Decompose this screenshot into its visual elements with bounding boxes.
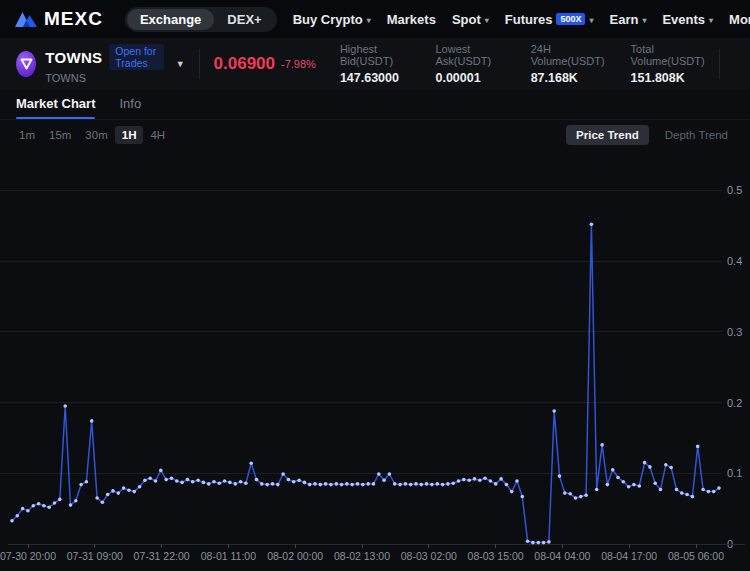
last-price: 0.06900 [214, 54, 275, 74]
svg-text:07-31 22:00: 07-31 22:00 [134, 550, 190, 562]
svg-text:07-30 20:00: 07-30 20:00 [0, 550, 56, 562]
x-axis-labels: 07-30 20:0007-31 09:0007-31 22:0008-01 1… [0, 544, 724, 562]
price-change: -7.98% [281, 58, 316, 70]
chevron-down-icon: ▾ [642, 16, 646, 25]
exchange-dex-toggle: Exchange DEX+ [125, 7, 277, 32]
svg-text:08-01 11:00: 08-01 11:00 [201, 550, 256, 562]
depth-trend-button[interactable]: Depth Trend [655, 125, 738, 145]
timeframe-1h[interactable]: 1H [115, 126, 144, 144]
svg-text:08-04 17:00: 08-04 17:00 [601, 550, 657, 562]
svg-text:08-03 02:00: 08-03 02:00 [401, 550, 457, 562]
towns-token-icon [16, 51, 36, 77]
token-selector[interactable]: TOWNS Open for Trades TOWNS [16, 44, 164, 84]
nav-futures[interactable]: Futures 500X ▾ [505, 12, 594, 27]
ticker-bar: TOWNS Open for Trades TOWNS ▼ 0.06900 -7… [0, 38, 750, 90]
nav-markets[interactable]: Markets [387, 12, 436, 27]
nav-events[interactable]: Events ▾ [662, 12, 713, 27]
timeframe-15m[interactable]: 15m [42, 126, 78, 144]
price-trend-chart[interactable]: 00.10.20.30.40.507-30 20:0007-31 09:0007… [0, 149, 750, 571]
svg-text:0.3: 0.3 [727, 326, 742, 338]
stat-total-volume: Total Volume(USDT) 151.808K [631, 43, 706, 85]
token-dropdown-icon[interactable]: ▼ [176, 59, 185, 69]
svg-text:0.1: 0.1 [727, 467, 742, 479]
toggle-exchange[interactable]: Exchange [127, 9, 214, 30]
tab-info[interactable]: Info [119, 96, 141, 119]
svg-text:08-04 04:00: 08-04 04:00 [534, 550, 590, 562]
token-symbol: TOWNS [45, 49, 102, 66]
timeframe-1m[interactable]: 1m [12, 126, 42, 144]
svg-text:0.4: 0.4 [727, 255, 742, 267]
chart-toolbar: 1m 15m 30m 1H 4H Price Trend Depth Trend [0, 120, 750, 149]
svg-text:0.5: 0.5 [727, 184, 742, 196]
svg-text:08-02 00:00: 08-02 00:00 [267, 550, 323, 562]
svg-text:08-03 15:00: 08-03 15:00 [468, 550, 524, 562]
svg-text:08-05 06:00: 08-05 06:00 [668, 550, 724, 562]
nav-more[interactable]: More ▾ [729, 12, 750, 27]
mexc-logo[interactable]: MEXC [14, 8, 103, 30]
futures-leverage-badge: 500X [556, 13, 585, 25]
chart-tabs: Market Chart Info [0, 90, 750, 120]
nav-buy-crypto[interactable]: Buy Crypto ▾ [293, 12, 371, 27]
brand-wordmark: MEXC [44, 8, 103, 30]
price-line-markers [10, 222, 721, 544]
svg-text:07-31 09:00: 07-31 09:00 [67, 550, 123, 562]
timeframe-30m[interactable]: 30m [78, 126, 114, 144]
price-chart-area[interactable]: 00.10.20.30.40.507-30 20:0007-31 09:0007… [0, 149, 750, 571]
grid-lines [0, 190, 722, 473]
nav-spot[interactable]: Spot ▾ [452, 12, 489, 27]
tab-market-chart[interactable]: Market Chart [16, 96, 95, 119]
timeframe-4h[interactable]: 4H [143, 126, 172, 144]
token-subtitle: TOWNS [45, 72, 164, 84]
price-block: 0.06900 -7.98% [214, 54, 316, 74]
svg-text:08-02 13:00: 08-02 13:00 [334, 550, 390, 562]
open-for-trades-badge: Open for Trades [109, 44, 164, 70]
top-navbar: MEXC Exchange DEX+ Buy Crypto ▾ Markets … [0, 0, 750, 38]
mexc-logo-icon [14, 10, 38, 28]
toggle-dex[interactable]: DEX+ [214, 9, 274, 30]
nav-earn[interactable]: Earn ▾ [610, 12, 647, 27]
stat-24h-volume: 24H Volume(USDT) 87.168K [531, 43, 605, 85]
chevron-down-icon: ▾ [367, 16, 371, 25]
ticker-stats: Highest Bid(USDT) 147.63000 Lowest Ask(U… [340, 43, 705, 85]
svg-text:0.2: 0.2 [727, 397, 742, 409]
divider [199, 49, 200, 79]
chevron-down-icon: ▾ [709, 16, 713, 25]
stat-lowest-ask: Lowest Ask(USDT) 0.00001 [435, 43, 504, 85]
chevron-down-icon: ▾ [485, 16, 489, 25]
stat-highest-bid: Highest Bid(USDT) 147.63000 [340, 43, 410, 85]
divider [719, 49, 720, 79]
price-trend-button[interactable]: Price Trend [566, 125, 649, 145]
y-axis-labels: 00.10.20.30.40.5 [727, 184, 742, 550]
chevron-down-icon: ▾ [589, 16, 593, 25]
